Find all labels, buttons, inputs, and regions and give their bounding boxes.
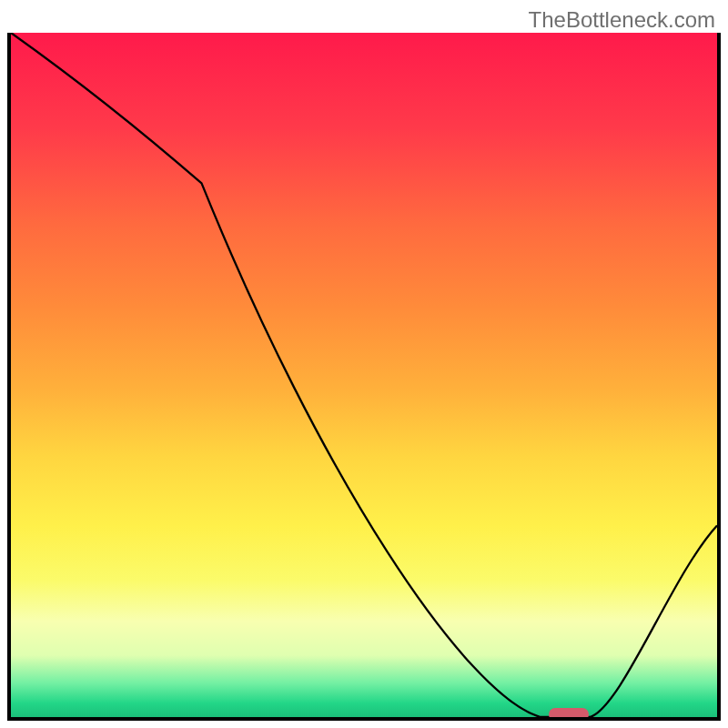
watermark-text: TheBottleneck.com	[529, 7, 715, 33]
chart-plot-area	[7, 33, 721, 721]
bottleneck-curve	[11, 33, 717, 717]
optimal-point-marker	[549, 708, 589, 721]
